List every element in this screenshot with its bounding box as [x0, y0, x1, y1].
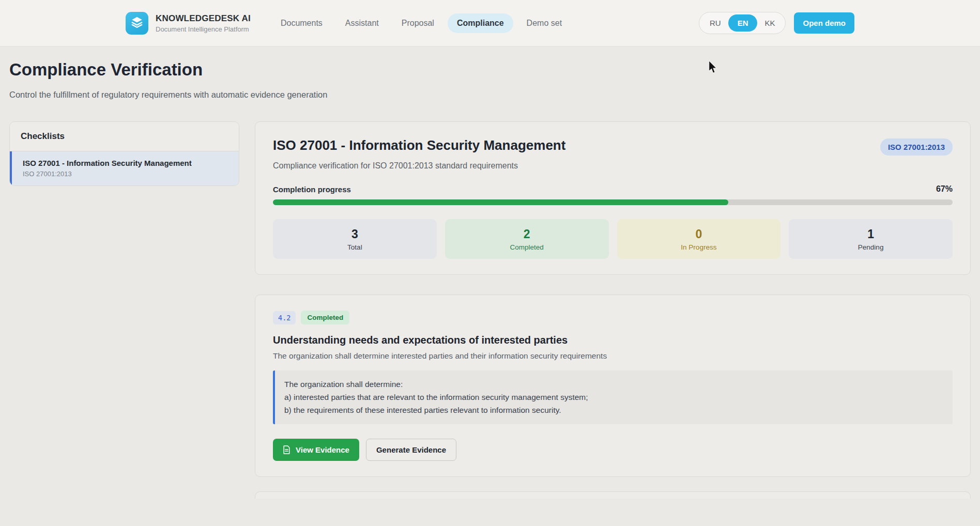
- stat-completed: 2 Completed: [445, 219, 609, 259]
- checklists-panel: Checklists ISO 27001 - Information Secur…: [9, 121, 239, 186]
- lang-en-button[interactable]: EN: [728, 14, 758, 32]
- file-text-icon: [283, 445, 290, 454]
- page-subtitle: Control the fulfillment of regulatory re…: [9, 90, 971, 100]
- content-column: ISO 27001 - Information Security Managem…: [255, 121, 971, 498]
- stat-in-progress-label: In Progress: [622, 243, 776, 251]
- progress-bar-track: [273, 199, 953, 205]
- stats-row: 3 Total 2 Completed 0 In Progress 1 Pend…: [273, 219, 953, 259]
- clause-badge: 4.2: [273, 311, 296, 324]
- checklists-title: Checklists: [10, 122, 239, 151]
- progress-bar-fill: [273, 199, 728, 205]
- progress-label: Completion progress: [273, 185, 351, 194]
- lang-ru-button[interactable]: RU: [702, 14, 728, 32]
- requirement-badges: 4.2 Completed: [273, 311, 953, 324]
- stat-total-value: 3: [278, 227, 432, 241]
- header-container: KNOWLEDGEDESK AI Document Intelligence P…: [126, 12, 854, 35]
- stat-total: 3 Total: [273, 219, 437, 259]
- requirement-actions: View Evidence Generate Evidence: [273, 439, 953, 461]
- progress-percent: 67%: [936, 184, 953, 194]
- stat-pending-value: 1: [794, 227, 947, 241]
- layers-icon: [130, 16, 144, 31]
- brand-logo[interactable]: KNOWLEDGEDESK AI Document Intelligence P…: [126, 12, 251, 35]
- brand-text: KNOWLEDGEDESK AI Document Intelligence P…: [156, 13, 251, 33]
- stat-pending: 1 Pending: [789, 219, 953, 259]
- stat-in-progress: 0 In Progress: [617, 219, 781, 259]
- quote-line-1: The organization shall determine:: [284, 378, 943, 391]
- stat-completed-label: Completed: [450, 243, 604, 251]
- nav-item-demo-set[interactable]: Demo set: [517, 13, 571, 33]
- brand-subtitle: Document Intelligence Platform: [156, 25, 251, 33]
- nav-item-documents[interactable]: Documents: [271, 13, 332, 33]
- requirement-description: The organization shall determine interes…: [273, 351, 953, 361]
- overview-card: ISO 27001 - Information Security Managem…: [255, 121, 971, 275]
- open-demo-button[interactable]: Open demo: [794, 12, 854, 34]
- generate-evidence-button[interactable]: Generate Evidence: [366, 439, 456, 461]
- checklist-item-subtitle: ISO 27001:2013: [23, 170, 228, 178]
- standard-badge: ISO 27001:2013: [880, 138, 953, 156]
- language-switcher: RU EN KK: [699, 12, 786, 34]
- view-evidence-label: View Evidence: [296, 445, 349, 454]
- page-title: Compliance Verification: [9, 59, 971, 80]
- requirement-quote: The organization shall determine: a) int…: [273, 370, 953, 424]
- requirement-card: 4.2 Completed Understanding needs and ex…: [255, 295, 971, 476]
- quote-line-3: b) the requirements of these interested …: [284, 404, 943, 416]
- app-header: KNOWLEDGEDESK AI Document Intelligence P…: [0, 0, 980, 47]
- layout-row: Checklists ISO 27001 - Information Secur…: [9, 121, 971, 498]
- main-nav: Documents Assistant Proposal Compliance …: [271, 13, 571, 33]
- next-requirement-card: [255, 491, 971, 499]
- stat-pending-label: Pending: [794, 243, 947, 251]
- stat-completed-value: 2: [450, 227, 604, 241]
- stat-in-progress-value: 0: [622, 227, 776, 241]
- nav-item-compliance[interactable]: Compliance: [448, 13, 513, 33]
- logo-tile: [126, 12, 148, 35]
- stat-total-label: Total: [278, 243, 432, 251]
- overview-title: ISO 27001 - Information Security Managem…: [273, 137, 565, 153]
- checklist-item-title: ISO 27001 - Information Security Managem…: [23, 159, 228, 167]
- view-evidence-button[interactable]: View Evidence: [273, 439, 359, 461]
- lang-kk-button[interactable]: KK: [757, 14, 782, 32]
- quote-line-2: a) interested parties that are relevant …: [284, 391, 943, 404]
- progress-row: Completion progress 67%: [273, 184, 953, 194]
- overview-header: ISO 27001 - Information Security Managem…: [273, 137, 953, 156]
- header-right: RU EN KK Open demo: [699, 12, 854, 34]
- nav-item-assistant[interactable]: Assistant: [336, 13, 388, 33]
- main-area: Compliance Verification Control the fulf…: [0, 59, 980, 499]
- overview-subtitle: Compliance verification for ISO 27001:20…: [273, 161, 953, 171]
- status-badge: Completed: [301, 311, 349, 324]
- requirement-title: Understanding needs and expectations of …: [273, 334, 953, 346]
- nav-item-proposal[interactable]: Proposal: [392, 13, 443, 33]
- brand-name: KNOWLEDGEDESK AI: [156, 13, 251, 24]
- checklist-item-iso27001[interactable]: ISO 27001 - Information Security Managem…: [10, 151, 239, 185]
